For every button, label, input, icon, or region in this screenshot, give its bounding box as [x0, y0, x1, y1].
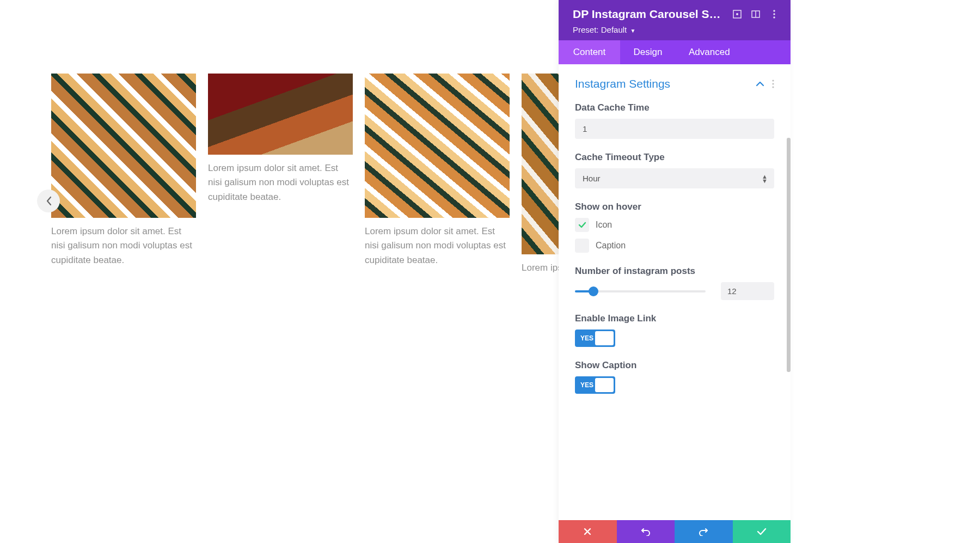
- svg-point-4: [773, 10, 775, 11]
- carousel-image[interactable]: [522, 74, 560, 254]
- toggle-label: YES: [575, 334, 593, 342]
- section-title: Instagram Settings: [575, 77, 756, 90]
- undo-button[interactable]: [617, 520, 675, 543]
- field-data-cache-time: Data Cache Time: [575, 102, 774, 139]
- scrollbar[interactable]: [786, 64, 791, 520]
- carousel-prev-button[interactable]: [37, 190, 60, 212]
- carousel-caption: Lorem ipsum dolor sit amet. Est nisi gal…: [51, 224, 196, 267]
- field-label: Enable Image Link: [575, 313, 774, 324]
- chevron-up-icon[interactable]: [756, 81, 764, 87]
- instagram-carousel: Lorem ipsum dolor sit amet. Est nisi gal…: [0, 74, 559, 275]
- expand-icon[interactable]: [732, 9, 743, 20]
- checkbox-icon[interactable]: [575, 218, 589, 232]
- carousel-image[interactable]: [365, 74, 510, 218]
- checkbox-row-icon: Icon: [575, 218, 774, 232]
- settings-panel: DP Instagram Carousel Sett… Preset: Defa…: [559, 0, 791, 543]
- num-posts-slider[interactable]: [575, 290, 706, 292]
- tab-design[interactable]: Design: [620, 40, 676, 64]
- preset-label: Preset:: [573, 25, 599, 34]
- checkbox-row-caption: Caption: [575, 239, 774, 253]
- carousel-item[interactable]: Lorem ipsum dolor sit amet. Est nisi gal…: [51, 74, 196, 275]
- cancel-button[interactable]: [559, 520, 617, 543]
- carousel-caption: Lorem ipsum dolor sit amet. Est nisi gal…: [365, 224, 510, 267]
- tab-content[interactable]: Content: [559, 40, 620, 64]
- field-show-on-hover: Show on hover Icon Caption: [575, 202, 774, 253]
- slider-thumb[interactable]: [589, 286, 598, 296]
- carousel-caption: Lorem ipsum dolor sit amet. Est nisi gal…: [208, 161, 353, 204]
- panel-body: Instagram Settings Data Cache Time Cache…: [559, 64, 791, 520]
- num-posts-value[interactable]: [721, 282, 774, 300]
- field-cache-timeout-type: Cache Timeout Type Hour ▲▼: [575, 152, 774, 188]
- tab-advanced[interactable]: Advanced: [676, 40, 743, 64]
- data-cache-time-input[interactable]: [575, 119, 774, 139]
- show-caption-toggle[interactable]: YES: [575, 376, 615, 394]
- scrollbar-thumb[interactable]: [787, 138, 791, 372]
- carousel-image[interactable]: [208, 74, 353, 155]
- carousel-image[interactable]: [51, 74, 196, 218]
- checkbox-label: Icon: [596, 220, 612, 230]
- field-show-caption: Show Caption YES: [575, 360, 774, 394]
- carousel-item[interactable]: Lorem ipsum dolor sit amet. Est nisi gal…: [522, 74, 560, 275]
- chevron-down-icon: ▼: [630, 28, 635, 34]
- checkbox-caption[interactable]: [575, 239, 589, 253]
- field-label: Show on hover: [575, 202, 774, 212]
- columns-icon[interactable]: [750, 9, 761, 20]
- cache-timeout-select[interactable]: Hour: [575, 168, 774, 188]
- save-button[interactable]: [733, 520, 791, 543]
- panel-title: DP Instagram Carousel Sett…: [573, 8, 724, 21]
- panel-footer: [559, 520, 791, 543]
- carousel-item[interactable]: Lorem ipsum dolor sit amet. Est nisi gal…: [208, 74, 353, 275]
- kebab-menu-icon[interactable]: [769, 9, 780, 20]
- checkbox-label: Caption: [596, 241, 626, 251]
- preset-value: Default: [601, 25, 627, 34]
- main-editor-area: Lorem ipsum dolor sit amet. Est nisi gal…: [0, 0, 559, 543]
- redo-button[interactable]: [675, 520, 733, 543]
- svg-point-6: [773, 16, 775, 18]
- panel-header: DP Instagram Carousel Sett… Preset: Defa…: [559, 0, 791, 40]
- carousel-caption: Lorem ipsum dolor sit amet. Est nisi gal…: [522, 261, 560, 275]
- enable-image-link-toggle[interactable]: YES: [575, 330, 615, 347]
- field-label: Show Caption: [575, 360, 774, 371]
- field-num-posts: Number of instagram posts: [575, 266, 774, 300]
- toggle-label: YES: [575, 381, 593, 389]
- toggle-knob: [595, 331, 614, 345]
- svg-point-5: [773, 13, 775, 15]
- svg-point-1: [736, 13, 738, 15]
- svg-point-7: [772, 80, 774, 81]
- panel-tabs: Content Design Advanced: [559, 40, 791, 64]
- toggle-knob: [595, 378, 614, 392]
- section-header[interactable]: Instagram Settings: [575, 77, 774, 90]
- carousel-item[interactable]: Lorem ipsum dolor sit amet. Est nisi gal…: [365, 74, 510, 275]
- field-label: Data Cache Time: [575, 102, 774, 113]
- field-enable-image-link: Enable Image Link YES: [575, 313, 774, 347]
- svg-point-9: [772, 86, 774, 88]
- field-label: Number of instagram posts: [575, 266, 774, 277]
- preset-selector[interactable]: Preset: Default ▼: [573, 25, 780, 34]
- svg-point-8: [772, 83, 774, 84]
- field-label: Cache Timeout Type: [575, 152, 774, 163]
- kebab-menu-icon[interactable]: [772, 80, 774, 88]
